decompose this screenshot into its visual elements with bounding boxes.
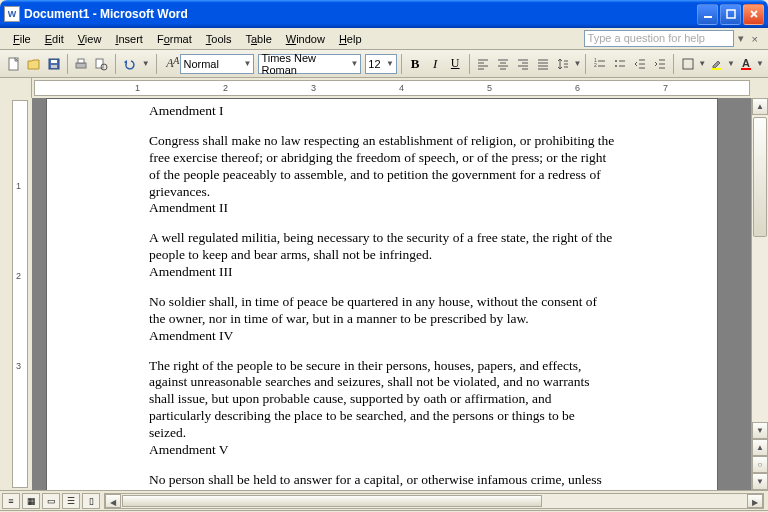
spacing-dropdown-icon[interactable]: ▼	[574, 59, 582, 68]
close-button[interactable]	[743, 4, 764, 25]
font-combo[interactable]: Times New Roman▼	[258, 54, 361, 74]
decrease-indent-button[interactable]	[630, 53, 649, 75]
heading: Amendment III	[149, 264, 615, 281]
svg-rect-7	[78, 59, 84, 63]
menu-file[interactable]: File	[6, 31, 38, 47]
next-page-button[interactable]: ▼	[752, 473, 768, 490]
minimize-button[interactable]	[697, 4, 718, 25]
svg-rect-5	[51, 65, 57, 68]
horizontal-ruler-area: 1 2 3 4 5 6 7	[0, 78, 768, 98]
toolbar: ▼ AA Normal▼ Times New Roman▼ 12▼ B I U …	[0, 50, 768, 78]
scroll-right-button[interactable]: ▶	[747, 494, 763, 508]
horizontal-ruler[interactable]: 1 2 3 4 5 6 7	[34, 80, 750, 96]
menu-edit[interactable]: Edit	[38, 31, 71, 47]
svg-rect-8	[96, 59, 103, 68]
svg-rect-6	[76, 63, 86, 68]
svg-rect-15	[712, 68, 722, 70]
svg-rect-17	[741, 68, 751, 70]
hscroll-thumb[interactable]	[122, 495, 542, 507]
align-right-button[interactable]	[514, 53, 533, 75]
titlebar: W Document1 - Microsoft Word	[0, 0, 768, 28]
print-button[interactable]	[72, 53, 91, 75]
heading: Amendment IV	[149, 328, 615, 345]
font-color-button[interactable]: A	[736, 53, 755, 75]
bullet-list-button[interactable]	[610, 53, 629, 75]
web-view-button[interactable]: ▦	[22, 493, 40, 509]
paragraph: No soldier shall, in time of peace be qu…	[149, 294, 615, 328]
svg-rect-1	[727, 10, 735, 18]
line-spacing-button[interactable]	[554, 53, 573, 75]
menu-insert[interactable]: Insert	[108, 31, 150, 47]
svg-point-13	[615, 65, 617, 67]
window-title: Document1 - Microsoft Word	[24, 7, 697, 21]
underline-button[interactable]: U	[446, 53, 465, 75]
page[interactable]: Amendment I Congress shall make no law r…	[46, 98, 718, 490]
outline-view-button[interactable]: ☰	[62, 493, 80, 509]
svg-text:2: 2	[594, 62, 597, 68]
menu-help[interactable]: Help	[332, 31, 369, 47]
heading: Amendment V	[149, 442, 615, 459]
scroll-up-button[interactable]: ▲	[752, 98, 768, 115]
scroll-left-button[interactable]: ◀	[105, 494, 121, 508]
increase-indent-button[interactable]	[650, 53, 669, 75]
paragraph: No person shall be held to answer for a …	[149, 472, 615, 490]
open-button[interactable]	[24, 53, 43, 75]
workspace: 1 2 3 Amendment I Congress shall make no…	[0, 98, 768, 490]
paragraph: A well regulated militia, being necessar…	[149, 230, 615, 264]
border-dropdown-icon[interactable]: ▼	[698, 59, 706, 68]
print-preview-button[interactable]	[92, 53, 111, 75]
menu-window[interactable]: Window	[279, 31, 332, 47]
font-size-combo[interactable]: 12▼	[365, 54, 397, 74]
menu-view[interactable]: View	[71, 31, 109, 47]
menu-format[interactable]: Format	[150, 31, 199, 47]
prev-page-button[interactable]: ▲	[752, 439, 768, 456]
maximize-button[interactable]	[720, 4, 741, 25]
reading-view-button[interactable]: ▯	[82, 493, 100, 509]
browse-object-button[interactable]: ○	[752, 456, 768, 473]
word-app-icon: W	[4, 6, 20, 22]
bold-button[interactable]: B	[406, 53, 425, 75]
undo-dropdown-icon[interactable]: ▼	[140, 59, 152, 68]
help-search-input[interactable]: Type a question for help	[584, 30, 734, 47]
border-button[interactable]	[678, 53, 697, 75]
svg-rect-0	[704, 16, 712, 18]
style-combo[interactable]: Normal▼	[180, 54, 254, 74]
menu-tools[interactable]: Tools	[199, 31, 239, 47]
menubar: File Edit View Insert Format Tools Table…	[0, 28, 768, 50]
menubar-close-icon[interactable]: ×	[748, 33, 762, 45]
vertical-scrollbar[interactable]: ▲ ▼ ▲ ○ ▼	[751, 98, 768, 490]
horizontal-scrollbar[interactable]: ◀ ▶	[104, 493, 764, 509]
svg-rect-4	[51, 60, 57, 63]
font-color-dropdown-icon[interactable]: ▼	[756, 59, 764, 68]
heading: Amendment I	[149, 103, 615, 120]
align-left-button[interactable]	[474, 53, 493, 75]
horizontal-scroll-row: ≡ ▦ ▭ ☰ ▯ ◀ ▶	[0, 490, 768, 510]
align-justify-button[interactable]	[534, 53, 553, 75]
styles-button[interactable]: AA	[160, 53, 179, 75]
vertical-ruler[interactable]: 1 2 3	[12, 100, 28, 488]
scroll-thumb[interactable]	[753, 117, 767, 237]
undo-button[interactable]	[120, 53, 139, 75]
new-doc-button[interactable]	[4, 53, 23, 75]
save-button[interactable]	[44, 53, 63, 75]
numbered-list-button[interactable]: 12	[590, 53, 609, 75]
document-area[interactable]: Amendment I Congress shall make no law r…	[32, 98, 751, 490]
italic-button[interactable]: I	[426, 53, 445, 75]
paragraph: Congress shall make no law respecting an…	[149, 133, 615, 201]
menu-table[interactable]: Table	[238, 31, 278, 47]
svg-point-12	[615, 60, 617, 62]
heading: Amendment II	[149, 200, 615, 217]
paragraph: The right of the people to be secure in …	[149, 358, 615, 442]
scroll-down-button[interactable]: ▼	[752, 422, 768, 439]
menubar-chevron-icon[interactable]: ▾	[734, 32, 748, 45]
align-center-button[interactable]	[494, 53, 513, 75]
normal-view-button[interactable]: ≡	[2, 493, 20, 509]
highlight-button[interactable]	[707, 53, 726, 75]
highlight-dropdown-icon[interactable]: ▼	[727, 59, 735, 68]
svg-rect-14	[683, 59, 693, 69]
svg-text:A: A	[742, 57, 750, 69]
print-view-button[interactable]: ▭	[42, 493, 60, 509]
